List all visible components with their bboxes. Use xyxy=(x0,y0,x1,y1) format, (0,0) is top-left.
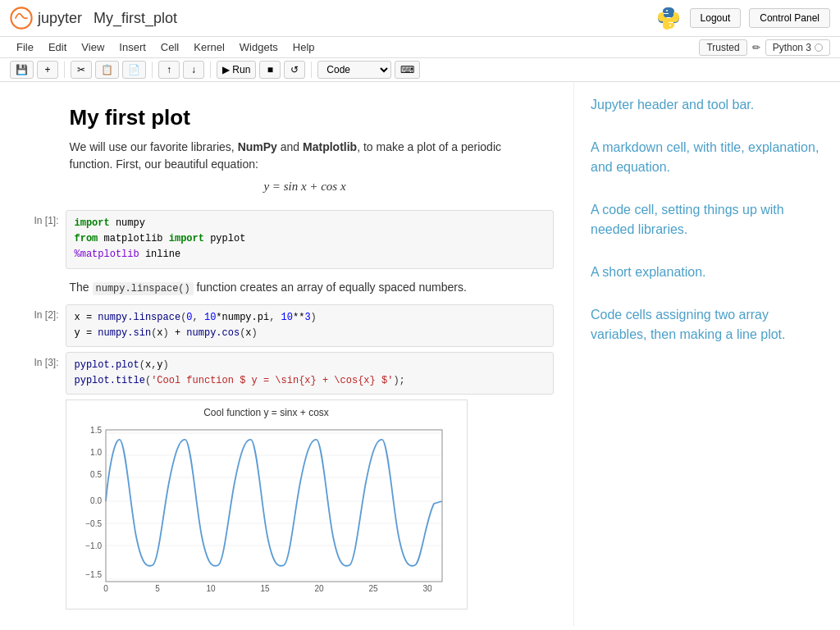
markdown-cell: My first plot We will use our favorite l… xyxy=(21,98,554,207)
cell3-label: In [3]: xyxy=(21,352,66,368)
toolbar-sep-4 xyxy=(311,62,312,78)
keyboard-button[interactable]: ⌨ xyxy=(395,61,420,79)
annotation-4: A short explanation. xyxy=(591,262,824,282)
svg-text:1.5: 1.5 xyxy=(90,426,102,435)
cell1-label: In [1]: xyxy=(21,210,66,226)
annotations-area: Jupyter header and tool bar. A markdown … xyxy=(574,82,840,626)
menu-widgets[interactable]: Widgets xyxy=(233,39,285,56)
code-cell-1: In [1]: import numpy from matplotlib imp… xyxy=(21,210,554,269)
menu-cell[interactable]: Cell xyxy=(154,39,185,56)
pencil-icon[interactable]: ✏ xyxy=(749,40,764,55)
trusted-badge: Trusted xyxy=(699,39,746,56)
annotation-2: A markdown cell, with title, explanation… xyxy=(591,138,824,177)
control-panel-button[interactable]: Control Panel xyxy=(749,8,830,28)
cell2-code[interactable]: x = numpy.linspace(0, 10*numpy.pi, 10**3… xyxy=(66,304,554,347)
python-logo-icon xyxy=(655,5,682,31)
kernel-status-icon xyxy=(815,43,823,52)
menu-insert[interactable]: Insert xyxy=(112,39,153,56)
code-cell-3: In [3]: pyplot.plot(x,y) pyplot.title('C… xyxy=(21,352,554,395)
notebook-equation: y = sin x + cos x xyxy=(70,180,541,194)
logout-button[interactable]: Logout xyxy=(690,8,742,28)
toolbar-sep-3 xyxy=(210,62,211,78)
move-up-button[interactable]: ↑ xyxy=(158,61,180,79)
restart-button[interactable]: ↺ xyxy=(284,61,305,79)
svg-text:−1.5: −1.5 xyxy=(85,570,102,579)
svg-text:10: 10 xyxy=(206,584,216,593)
toolbar-sep-1 xyxy=(64,62,65,78)
svg-text:15: 15 xyxy=(260,584,270,593)
notebook-area: My first plot We will use our favorite l… xyxy=(0,82,574,626)
copy-button[interactable]: 📋 xyxy=(95,61,119,79)
stop-button[interactable]: ■ xyxy=(259,61,281,79)
menu-help[interactable]: Help xyxy=(286,39,322,56)
code-cell-2: In [2]: x = numpy.linspace(0, 10*numpy.p… xyxy=(21,304,554,347)
cut-button[interactable]: ✂ xyxy=(71,61,92,79)
notebook-heading: My first plot xyxy=(70,105,541,130)
menubar: File Edit View Insert Cell Kernel Widget… xyxy=(0,37,840,58)
logo-area: jupyter My_first_plot xyxy=(10,7,177,30)
jupyter-logo-icon xyxy=(10,7,33,30)
notebook-intro: We will use our favorite libraries, NumP… xyxy=(70,139,541,173)
menu-edit[interactable]: Edit xyxy=(42,39,73,56)
cell2-label: In [2]: xyxy=(21,304,66,321)
kernel-name: Python 3 xyxy=(773,42,811,53)
annotation-5: Code cells assigning two array variables… xyxy=(591,305,824,345)
menu-kernel[interactable]: Kernel xyxy=(187,39,231,56)
cell1-code[interactable]: import numpy from matplotlib import pypl… xyxy=(66,210,554,269)
cell-type-select[interactable]: Code Markdown Raw xyxy=(317,61,391,79)
add-cell-button[interactable]: + xyxy=(37,61,58,79)
toolbar: 💾 + ✂ 📋 📄 ↑ ↓ ▶ Run ■ ↺ Code Markdown Ra… xyxy=(0,58,840,82)
kernel-info: Python 3 xyxy=(765,39,830,56)
svg-text:20: 20 xyxy=(314,584,324,593)
paste-button[interactable]: 📄 xyxy=(122,61,146,79)
svg-text:0.0: 0.0 xyxy=(90,496,102,505)
svg-text:1.0: 1.0 xyxy=(90,448,102,457)
header: jupyter My_first_plot Logout Control Pan… xyxy=(0,0,840,37)
move-down-button[interactable]: ↓ xyxy=(183,61,204,79)
plot-chart: 1.5 1.0 0.5 0.0 −0.5 −1.0 −1.5 xyxy=(73,422,459,602)
svg-text:5: 5 xyxy=(155,584,160,593)
svg-text:−0.5: −0.5 xyxy=(85,519,102,528)
save-button[interactable]: 💾 xyxy=(10,61,34,79)
svg-text:25: 25 xyxy=(368,584,378,593)
menu-view[interactable]: View xyxy=(75,39,111,56)
svg-text:−1.0: −1.0 xyxy=(85,541,102,550)
menu-file[interactable]: File xyxy=(10,39,40,56)
explanation-text: The numpy.linspace() function creates an… xyxy=(21,274,554,301)
plot-title: Cool function y = sinx + cosx xyxy=(73,407,460,418)
jupyter-wordmark: jupyter xyxy=(38,10,82,27)
svg-text:30: 30 xyxy=(422,584,432,593)
run-button[interactable]: ▶ Run xyxy=(217,61,256,79)
annotation-3: A code cell, setting things up with need… xyxy=(591,200,824,240)
toolbar-sep-2 xyxy=(152,62,153,78)
notebook-title[interactable]: My_first_plot xyxy=(94,10,177,27)
svg-text:0.5: 0.5 xyxy=(90,470,102,479)
annotation-1: Jupyter header and tool bar. xyxy=(591,95,824,115)
notebook-content: My first plot We will use our favorite l… xyxy=(21,98,554,609)
main-layout: My first plot We will use our favorite l… xyxy=(0,82,840,626)
svg-text:0: 0 xyxy=(103,584,108,593)
cell3-code[interactable]: pyplot.plot(x,y) pyplot.title('Cool func… xyxy=(66,352,554,395)
plot-output: Cool function y = sinx + cosx 1.5 1.0 0.… xyxy=(66,399,468,609)
svg-point-0 xyxy=(11,7,31,28)
